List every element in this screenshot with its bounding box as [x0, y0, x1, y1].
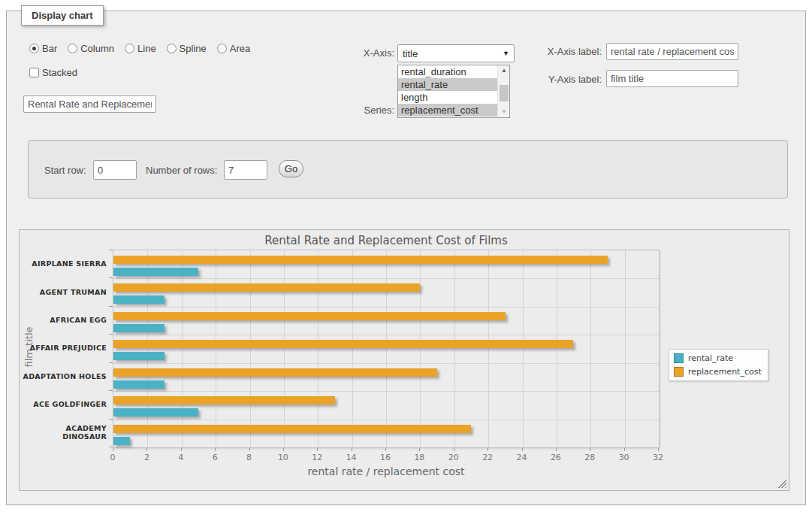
series-option[interactable]: replacement_cost: [398, 104, 498, 117]
x-tick-mark: [317, 448, 318, 451]
num-rows-input[interactable]: [224, 160, 267, 180]
x-tick-mark: [385, 448, 386, 451]
display-chart-legend: Display chart: [21, 5, 104, 26]
x-axis-select[interactable]: title ▼: [397, 44, 515, 62]
gridline-vertical: [386, 250, 387, 447]
series-listbox[interactable]: rental_durationrental_ratelengthreplacem…: [397, 65, 510, 118]
legend-label: replacement_cost: [688, 367, 762, 377]
stacked-label: Stacked: [42, 67, 77, 78]
radio-icon[interactable]: [217, 44, 227, 53]
series-option[interactable]: rental_duration: [398, 65, 498, 78]
radio-icon[interactable]: [68, 44, 77, 53]
series-option[interactable]: length: [398, 91, 498, 104]
bar-replacement_cost: [113, 283, 420, 292]
bar-replacement_cost: [113, 425, 471, 433]
y-axis-label-input[interactable]: [606, 70, 738, 87]
x-tick-mark: [522, 448, 523, 451]
series-options: rental_durationrental_ratelengthreplacem…: [398, 65, 509, 117]
x-tick-label: 22: [475, 453, 500, 462]
gridline-vertical: [420, 250, 421, 447]
category-label: AFFAIR PREJUDICE: [23, 334, 107, 362]
chart-type-option-bar[interactable]: Bar: [29, 43, 57, 54]
row-range-panel: Start row: Number of rows: Go: [28, 140, 788, 198]
y-tick-mark: [109, 334, 113, 335]
y-tick-mark: [109, 390, 113, 391]
x-tick-mark: [352, 448, 352, 451]
chart-type-option-area[interactable]: Area: [217, 43, 250, 54]
resize-grip-icon[interactable]: [777, 479, 786, 488]
gridline-horizontal: [113, 278, 659, 279]
x-tick-label: 16: [373, 453, 398, 462]
x-tick-label: 24: [509, 453, 535, 462]
bar-rental_rate: [113, 268, 198, 276]
chart-title: Rental Rate and Replacement Cost of Film…: [113, 234, 660, 247]
legend-row: replacement_cost: [674, 367, 762, 377]
chart-legend: rental_ratereplacement_cost: [669, 349, 768, 381]
gridline-vertical: [284, 250, 285, 447]
x-axis-selected-value: title: [403, 48, 418, 59]
gridline-vertical: [216, 250, 216, 447]
bar-rental_rate: [113, 352, 165, 360]
bar-rental_rate: [113, 295, 165, 304]
category-label: ADAPTATION HOLES: [23, 362, 107, 390]
x-tick-label: 2: [134, 453, 159, 462]
x-tick-mark: [624, 448, 625, 451]
chart-type-option-column[interactable]: Column: [68, 43, 114, 54]
scroll-down-icon[interactable]: ▼: [498, 107, 510, 117]
category-label: ACADEMY DINOSAUR: [23, 419, 107, 447]
chart-type-label: Line: [137, 43, 156, 54]
y-tick-mark: [109, 277, 113, 278]
chart-type-option-spline[interactable]: Spline: [167, 43, 207, 54]
category-label: AIRPLANE SIERRA: [23, 250, 107, 277]
chart-type-radio-group: BarColumnLineSplineArea: [29, 43, 258, 54]
gridline-horizontal: [113, 363, 659, 364]
x-tick-mark: [113, 448, 113, 451]
radio-icon[interactable]: [167, 44, 177, 53]
scroll-up-icon[interactable]: ▲: [498, 65, 510, 76]
bar-replacement_cost: [113, 256, 608, 264]
y-tick-mark: [109, 362, 113, 363]
bar-replacement_cost: [113, 312, 506, 320]
gridline-vertical: [625, 250, 626, 447]
chart-type-label: Area: [230, 43, 250, 54]
stacked-checkbox[interactable]: [29, 68, 39, 77]
gridline-vertical: [318, 250, 318, 447]
start-row-input[interactable]: [93, 160, 137, 180]
legend-row: rental_rate: [674, 353, 762, 363]
gridline-vertical: [590, 250, 591, 447]
x-tick-label: 0: [100, 453, 125, 462]
x-tick-label: 14: [339, 453, 364, 462]
gridline-vertical: [352, 250, 353, 447]
gridline-horizontal: [113, 391, 659, 392]
display-chart-fieldset: BarColumnLineSplineArea Stacked X-Axis: …: [6, 11, 806, 505]
gridline-vertical: [557, 250, 557, 447]
y-axis-label-label: Y-Axis label:: [545, 74, 602, 85]
stacked-row: Stacked: [29, 67, 77, 78]
x-axis-label-input[interactable]: [606, 43, 738, 60]
gridline-vertical: [488, 250, 489, 447]
y-tick-mark: [109, 447, 113, 447]
radio-icon[interactable]: [29, 44, 39, 53]
series-listbox-label: Series:: [360, 105, 394, 116]
go-button[interactable]: Go: [279, 160, 303, 177]
bar-rental_rate: [113, 408, 198, 417]
x-tick-label: 18: [406, 453, 432, 462]
x-tick-mark: [283, 448, 284, 451]
x-tick-mark: [419, 448, 420, 451]
chart-type-option-line[interactable]: Line: [125, 43, 156, 54]
chart-title-input[interactable]: [23, 95, 156, 113]
radio-icon[interactable]: [125, 44, 134, 53]
chart-type-label: Bar: [42, 43, 57, 54]
num-rows-label: Number of rows:: [146, 165, 217, 176]
x-tick-mark: [590, 448, 590, 451]
bar-replacement_cost: [113, 396, 335, 404]
x-tick-mark: [181, 448, 182, 451]
x-tick-mark: [454, 448, 454, 451]
listbox-scrollbar[interactable]: ▲ ▼: [497, 65, 509, 117]
chart-panel: Rental Rate and Replacement Cost of Film…: [19, 229, 789, 491]
plot-grid: [113, 250, 660, 448]
series-option[interactable]: rental_rate: [398, 78, 498, 91]
scrollbar-thumb[interactable]: [500, 85, 509, 101]
start-row-label: Start row:: [44, 165, 86, 176]
x-tick-label: 12: [304, 453, 330, 462]
